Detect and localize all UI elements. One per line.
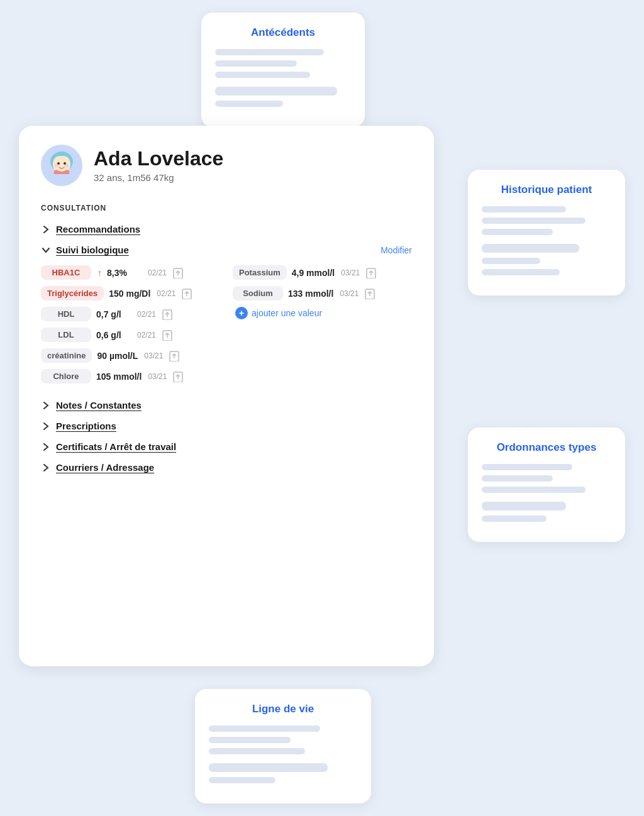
prescriptions-section: Prescriptions bbox=[41, 421, 412, 431]
notes-title[interactable]: Notes / Constantes bbox=[56, 400, 142, 411]
upload-icon-sodium[interactable] bbox=[364, 287, 376, 300]
antecedents-card: Antécédents bbox=[201, 13, 365, 127]
antecedents-skeleton-group-2 bbox=[215, 87, 351, 107]
courriers-header[interactable]: Courriers / Adressage bbox=[41, 462, 412, 473]
skeleton-line bbox=[482, 502, 566, 510]
chevron-right-icon-certificats bbox=[41, 442, 51, 452]
bio-left-column: HBA1C ↑ 8,3% 02/21 Triglycérides bbox=[41, 265, 220, 390]
bio-row-triglycerides: Triglycérides 150 mg/Dl 02/21 bbox=[41, 286, 220, 300]
upload-icon-hba1c[interactable] bbox=[172, 266, 184, 280]
upload-icon-hdl[interactable] bbox=[161, 307, 174, 321]
suivi-header: Suivi biologique Modifier bbox=[41, 245, 412, 255]
recommandations-title[interactable]: Recommandations bbox=[56, 224, 140, 234]
skeleton-line bbox=[215, 60, 297, 67]
antecedents-title: Antécédents bbox=[215, 26, 351, 39]
svg-point-5 bbox=[65, 163, 69, 167]
bio-row-hdl: HDL 0,7 g/l 02/21 bbox=[41, 307, 220, 321]
certificats-section: Certificats / Arrêt de travail bbox=[41, 441, 412, 452]
patient-details: 32 ans, 1m56 47kg bbox=[94, 172, 223, 183]
bio-label-sodium: Sodium bbox=[233, 286, 283, 300]
historique-card: Historique patient bbox=[468, 170, 625, 295]
recommandations-header[interactable]: Recommandations bbox=[41, 224, 412, 234]
bio-date-sodium: 03/21 bbox=[340, 289, 358, 298]
skeleton-line bbox=[209, 777, 275, 783]
upload-icon-creatinine[interactable] bbox=[168, 349, 180, 363]
bio-row-potassium: Potassium 4,9 mmol/l 03/21 bbox=[233, 265, 412, 280]
skeleton-line bbox=[482, 206, 566, 212]
historique-skeleton-2 bbox=[482, 244, 611, 275]
prescriptions-header[interactable]: Prescriptions bbox=[41, 421, 412, 431]
bio-date-triglycerides: 02/21 bbox=[157, 289, 175, 298]
chevron-right-icon-prescriptions bbox=[41, 421, 51, 431]
skeleton-line bbox=[215, 87, 337, 96]
ordonnances-title: Ordonnances types bbox=[482, 441, 611, 454]
notes-header[interactable]: Notes / Constantes bbox=[41, 400, 412, 411]
skeleton-line bbox=[215, 72, 310, 78]
upload-icon-ldl[interactable] bbox=[161, 328, 174, 342]
chevron-down-icon bbox=[41, 245, 51, 255]
bio-label-potassium: Potassium bbox=[233, 265, 287, 280]
bio-value-triglycerides: 150 mg/Dl bbox=[109, 289, 150, 299]
ligne-de-vie-skeleton-1 bbox=[209, 725, 357, 754]
skeleton-line bbox=[482, 487, 586, 493]
suivi-biologique-section: Suivi biologique Modifier HBA1C ↑ 8,3% 0… bbox=[41, 245, 412, 390]
bio-value-ldl: 0,6 g/l bbox=[96, 330, 131, 340]
bio-label-hdl: HDL bbox=[41, 307, 91, 321]
skeleton-line bbox=[482, 516, 547, 522]
historique-title: Historique patient bbox=[482, 184, 611, 196]
prescriptions-title[interactable]: Prescriptions bbox=[56, 421, 116, 431]
bio-date-hba1c: 02/21 bbox=[148, 268, 167, 277]
courriers-title[interactable]: Courriers / Adressage bbox=[56, 462, 154, 473]
skeleton-line bbox=[209, 725, 320, 732]
suivi-left: Suivi biologique bbox=[41, 245, 129, 255]
add-value-row[interactable]: + ajouter une valeur bbox=[233, 307, 412, 319]
bio-label-creatinine: créatinine bbox=[41, 348, 92, 363]
svg-point-4 bbox=[55, 163, 58, 167]
skeleton-line bbox=[482, 218, 586, 224]
bio-right-column: Potassium 4,9 mmol/l 03/21 Sodium 133 mm bbox=[233, 265, 412, 390]
bio-value-creatinine: 90 µmol/L bbox=[97, 351, 138, 361]
modifier-link[interactable]: Modifier bbox=[380, 245, 412, 255]
notes-section: Notes / Constantes bbox=[41, 400, 412, 411]
bio-label-hba1c: HBA1C bbox=[41, 265, 91, 280]
skeleton-line bbox=[482, 269, 560, 275]
bio-date-chlore: 03/21 bbox=[148, 372, 167, 381]
add-value-label[interactable]: ajouter une valeur bbox=[252, 308, 322, 318]
add-circle-icon: + bbox=[235, 307, 248, 319]
arrow-up-icon: ↑ bbox=[97, 268, 102, 278]
ligne-de-vie-card: Ligne de vie bbox=[195, 689, 371, 803]
skeleton-line bbox=[482, 464, 572, 470]
bio-row-chlore: Chlore 105 mmol/l 03/21 bbox=[41, 369, 220, 383]
antecedents-skeleton-group-1 bbox=[215, 49, 351, 78]
skeleton-line bbox=[482, 229, 553, 235]
ligne-de-vie-title: Ligne de vie bbox=[209, 703, 357, 715]
bio-value-hba1c: 8,3% bbox=[107, 268, 142, 278]
bio-row-sodium: Sodium 133 mmol/l 03/21 bbox=[233, 286, 412, 300]
bio-value-hdl: 0,7 g/l bbox=[96, 309, 131, 319]
bio-label-triglycerides: Triglycérides bbox=[41, 286, 104, 300]
patient-name: Ada Lovelace bbox=[94, 148, 223, 170]
certificats-header[interactable]: Certificats / Arrêt de travail bbox=[41, 441, 412, 452]
skeleton-line bbox=[209, 737, 291, 743]
bio-grid: HBA1C ↑ 8,3% 02/21 Triglycérides bbox=[41, 265, 412, 390]
bio-value-sodium: 133 mmol/l bbox=[288, 289, 333, 299]
upload-icon-chlore[interactable] bbox=[172, 370, 184, 383]
skeleton-line bbox=[215, 101, 283, 107]
patient-info-block: Ada Lovelace 32 ans, 1m56 47kg bbox=[94, 148, 223, 182]
certificats-title[interactable]: Certificats / Arrêt de travail bbox=[56, 441, 176, 452]
bio-date-ldl: 02/21 bbox=[137, 331, 156, 339]
avatar bbox=[41, 145, 82, 186]
main-card: Ada Lovelace 32 ans, 1m56 47kg CONSULTAT… bbox=[19, 126, 434, 666]
upload-icon-triglycerides[interactable] bbox=[180, 287, 193, 300]
bio-date-hdl: 02/21 bbox=[137, 310, 156, 319]
suivi-biologique-title[interactable]: Suivi biologique bbox=[56, 245, 129, 255]
skeleton-line bbox=[482, 244, 579, 253]
skeleton-line bbox=[209, 748, 305, 754]
chevron-right-icon-courriers bbox=[41, 463, 51, 473]
upload-icon-potassium[interactable] bbox=[365, 266, 377, 280]
patient-header: Ada Lovelace 32 ans, 1m56 47kg bbox=[41, 145, 412, 186]
bio-row-ldl: LDL 0,6 g/l 02/21 bbox=[41, 328, 220, 342]
chevron-right-icon bbox=[41, 224, 51, 234]
bio-label-ldl: LDL bbox=[41, 328, 91, 342]
bio-row-creatinine: créatinine 90 µmol/L 03/21 bbox=[41, 348, 220, 363]
